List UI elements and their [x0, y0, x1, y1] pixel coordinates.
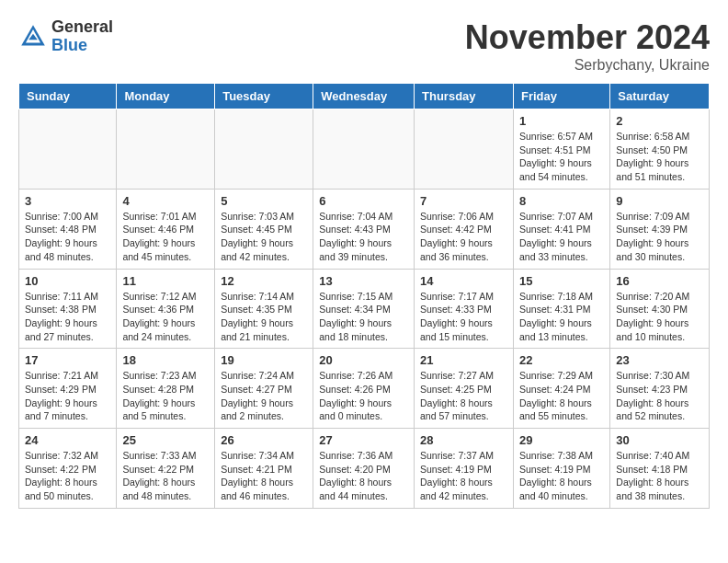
table-row: 29Sunrise: 7:38 AM Sunset: 4:19 PM Dayli… — [513, 429, 609, 509]
day-number: 19 — [221, 353, 307, 367]
logo-text: General Blue — [51, 18, 113, 55]
day-info: Sunrise: 7:24 AM Sunset: 4:27 PM Dayligh… — [221, 369, 307, 423]
table-row: 8Sunrise: 7:07 AM Sunset: 4:41 PM Daylig… — [513, 189, 609, 269]
day-number: 30 — [616, 433, 703, 447]
table-row: 20Sunrise: 7:26 AM Sunset: 4:26 PM Dayli… — [313, 349, 415, 429]
table-row: 19Sunrise: 7:24 AM Sunset: 4:27 PM Dayli… — [215, 349, 313, 429]
day-number: 7 — [420, 194, 507, 208]
day-info: Sunrise: 7:00 AM Sunset: 4:48 PM Dayligh… — [25, 210, 110, 264]
table-row: 5Sunrise: 7:03 AM Sunset: 4:45 PM Daylig… — [215, 189, 313, 269]
day-info: Sunrise: 6:57 AM Sunset: 4:51 PM Dayligh… — [519, 130, 604, 184]
calendar-header-row: Sunday Monday Tuesday Wednesday Thursday… — [19, 84, 710, 109]
header-sunday: Sunday — [19, 84, 117, 109]
day-info: Sunrise: 7:27 AM Sunset: 4:25 PM Dayligh… — [420, 369, 507, 423]
table-row: 2Sunrise: 6:58 AM Sunset: 4:50 PM Daylig… — [610, 109, 710, 190]
day-info: Sunrise: 6:58 AM Sunset: 4:50 PM Dayligh… — [616, 130, 703, 184]
day-info: Sunrise: 7:06 AM Sunset: 4:42 PM Dayligh… — [420, 210, 507, 264]
table-row: 12Sunrise: 7:14 AM Sunset: 4:35 PM Dayli… — [215, 269, 313, 349]
header-friday: Friday — [513, 84, 609, 109]
day-info: Sunrise: 7:09 AM Sunset: 4:39 PM Dayligh… — [616, 210, 703, 264]
header-thursday: Thursday — [415, 84, 514, 109]
calendar-week-row: 10Sunrise: 7:11 AM Sunset: 4:38 PM Dayli… — [19, 269, 710, 349]
day-info: Sunrise: 7:36 AM Sunset: 4:20 PM Dayligh… — [319, 449, 408, 503]
day-number: 16 — [616, 274, 703, 288]
day-info: Sunrise: 7:32 AM Sunset: 4:22 PM Dayligh… — [25, 449, 110, 503]
day-number: 18 — [122, 353, 209, 367]
page-header: General Blue November 2024 Serbychany, U… — [18, 18, 710, 74]
day-number: 22 — [519, 353, 604, 367]
table-row: 7Sunrise: 7:06 AM Sunset: 4:42 PM Daylig… — [415, 189, 514, 269]
table-row: 16Sunrise: 7:20 AM Sunset: 4:30 PM Dayli… — [610, 269, 710, 349]
table-row: 17Sunrise: 7:21 AM Sunset: 4:29 PM Dayli… — [19, 349, 117, 429]
table-row — [117, 109, 215, 190]
header-saturday: Saturday — [610, 84, 710, 109]
table-row: 27Sunrise: 7:36 AM Sunset: 4:20 PM Dayli… — [313, 429, 415, 509]
table-row — [415, 109, 514, 190]
day-info: Sunrise: 7:23 AM Sunset: 4:28 PM Dayligh… — [122, 369, 209, 423]
calendar-week-row: 3Sunrise: 7:00 AM Sunset: 4:48 PM Daylig… — [19, 189, 710, 269]
month-title: November 2024 — [465, 18, 710, 57]
table-row: 10Sunrise: 7:11 AM Sunset: 4:38 PM Dayli… — [19, 269, 117, 349]
header-tuesday: Tuesday — [215, 84, 313, 109]
day-number: 17 — [25, 353, 110, 367]
table-row: 6Sunrise: 7:04 AM Sunset: 4:43 PM Daylig… — [313, 189, 415, 269]
day-number: 2 — [616, 114, 703, 128]
logo-icon — [18, 22, 48, 52]
day-number: 28 — [420, 433, 507, 447]
table-row: 13Sunrise: 7:15 AM Sunset: 4:34 PM Dayli… — [313, 269, 415, 349]
calendar-week-row: 24Sunrise: 7:32 AM Sunset: 4:22 PM Dayli… — [19, 429, 710, 509]
day-info: Sunrise: 7:07 AM Sunset: 4:41 PM Dayligh… — [519, 210, 604, 264]
day-number: 29 — [519, 433, 604, 447]
day-info: Sunrise: 7:17 AM Sunset: 4:33 PM Dayligh… — [420, 290, 507, 344]
day-number: 10 — [25, 274, 110, 288]
day-number: 13 — [319, 274, 408, 288]
table-row: 18Sunrise: 7:23 AM Sunset: 4:28 PM Dayli… — [117, 349, 215, 429]
day-info: Sunrise: 7:26 AM Sunset: 4:26 PM Dayligh… — [319, 369, 408, 423]
day-number: 21 — [420, 353, 507, 367]
logo-general: General — [51, 18, 113, 37]
table-row — [313, 109, 415, 190]
table-row: 25Sunrise: 7:33 AM Sunset: 4:22 PM Dayli… — [117, 429, 215, 509]
day-info: Sunrise: 7:12 AM Sunset: 4:36 PM Dayligh… — [122, 290, 209, 344]
day-info: Sunrise: 7:04 AM Sunset: 4:43 PM Dayligh… — [319, 210, 408, 264]
day-info: Sunrise: 7:33 AM Sunset: 4:22 PM Dayligh… — [122, 449, 209, 503]
day-info: Sunrise: 7:03 AM Sunset: 4:45 PM Dayligh… — [221, 210, 307, 264]
day-number: 9 — [616, 194, 703, 208]
day-info: Sunrise: 7:20 AM Sunset: 4:30 PM Dayligh… — [616, 290, 703, 344]
table-row — [19, 109, 117, 190]
table-row: 1Sunrise: 6:57 AM Sunset: 4:51 PM Daylig… — [513, 109, 609, 190]
table-row: 11Sunrise: 7:12 AM Sunset: 4:36 PM Dayli… — [117, 269, 215, 349]
header-wednesday: Wednesday — [313, 84, 415, 109]
day-info: Sunrise: 7:34 AM Sunset: 4:21 PM Dayligh… — [221, 449, 307, 503]
calendar-week-row: 17Sunrise: 7:21 AM Sunset: 4:29 PM Dayli… — [19, 349, 710, 429]
day-info: Sunrise: 7:30 AM Sunset: 4:23 PM Dayligh… — [616, 369, 703, 423]
table-row: 21Sunrise: 7:27 AM Sunset: 4:25 PM Dayli… — [415, 349, 514, 429]
day-info: Sunrise: 7:21 AM Sunset: 4:29 PM Dayligh… — [25, 369, 110, 423]
table-row: 28Sunrise: 7:37 AM Sunset: 4:19 PM Dayli… — [415, 429, 514, 509]
day-number: 26 — [221, 433, 307, 447]
logo-blue: Blue — [51, 37, 113, 55]
day-number: 1 — [519, 114, 604, 128]
header-monday: Monday — [117, 84, 215, 109]
day-number: 5 — [221, 194, 307, 208]
day-number: 24 — [25, 433, 110, 447]
table-row: 30Sunrise: 7:40 AM Sunset: 4:18 PM Dayli… — [610, 429, 710, 509]
table-row — [215, 109, 313, 190]
table-row: 26Sunrise: 7:34 AM Sunset: 4:21 PM Dayli… — [215, 429, 313, 509]
day-info: Sunrise: 7:01 AM Sunset: 4:46 PM Dayligh… — [122, 210, 209, 264]
table-row: 14Sunrise: 7:17 AM Sunset: 4:33 PM Dayli… — [415, 269, 514, 349]
table-row: 9Sunrise: 7:09 AM Sunset: 4:39 PM Daylig… — [610, 189, 710, 269]
table-row: 24Sunrise: 7:32 AM Sunset: 4:22 PM Dayli… — [19, 429, 117, 509]
day-number: 11 — [122, 274, 209, 288]
day-number: 6 — [319, 194, 408, 208]
table-row: 15Sunrise: 7:18 AM Sunset: 4:31 PM Dayli… — [513, 269, 609, 349]
day-number: 25 — [122, 433, 209, 447]
day-info: Sunrise: 7:15 AM Sunset: 4:34 PM Dayligh… — [319, 290, 408, 344]
day-info: Sunrise: 7:38 AM Sunset: 4:19 PM Dayligh… — [519, 449, 604, 503]
day-number: 3 — [25, 194, 110, 208]
calendar-week-row: 1Sunrise: 6:57 AM Sunset: 4:51 PM Daylig… — [19, 109, 710, 190]
day-number: 15 — [519, 274, 604, 288]
day-info: Sunrise: 7:29 AM Sunset: 4:24 PM Dayligh… — [519, 369, 604, 423]
day-number: 27 — [319, 433, 408, 447]
title-block: November 2024 Serbychany, Ukraine — [465, 18, 710, 74]
